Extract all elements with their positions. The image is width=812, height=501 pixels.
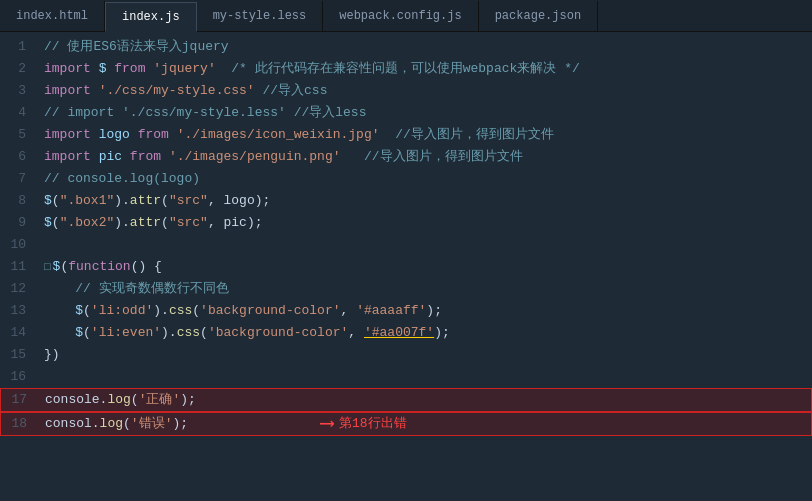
tab-label: index.js <box>122 10 180 24</box>
tab-label: webpack.config.js <box>339 9 461 23</box>
line-number-4: 4 <box>0 102 36 124</box>
line-content-6: import pic from './images/penguin.png' /… <box>36 146 812 168</box>
line-content-7: // console.log(logo) <box>36 168 812 190</box>
line-number-17: 17 <box>1 389 37 411</box>
line-number-8: 8 <box>0 190 36 212</box>
error-text: 第18行出错 <box>339 413 407 435</box>
line-content-15: }) <box>36 344 812 366</box>
code-editor: 1 // 使用ES6语法来导入jquery 2 import $ from 'j… <box>0 32 812 501</box>
line-number-3: 3 <box>0 80 36 102</box>
code-line-17: 17 console.log('正确'); <box>0 388 812 412</box>
line-content-18: consol.log('错误'); <box>37 413 811 435</box>
tab-package-json[interactable]: package.json <box>479 1 598 31</box>
line-number-14: 14 <box>0 322 36 344</box>
code-line-14: 14 $('li:even').css('background-color', … <box>0 322 812 344</box>
code-line-9: 9 $(".box2").attr("src", pic); <box>0 212 812 234</box>
tab-label: package.json <box>495 9 581 23</box>
code-line-16: 16 <box>0 366 812 388</box>
line-number-16: 16 <box>0 366 36 388</box>
code-line-6: 6 import pic from './images/penguin.png'… <box>0 146 812 168</box>
error-arrow-icon: ⟶ <box>321 413 333 435</box>
code-line-3: 3 import './css/my-style.css' //导入css <box>0 80 812 102</box>
code-line-4: 4 // import './css/my-style.less' //导入le… <box>0 102 812 124</box>
line-content-17: console.log('正确'); <box>37 389 811 411</box>
code-line-12: 12 // 实现奇数偶数行不同色 <box>0 278 812 300</box>
code-line-10: 10 <box>0 234 812 256</box>
line-content-5: import logo from './images/icon_weixin.j… <box>36 124 812 146</box>
line-number-9: 9 <box>0 212 36 234</box>
error-annotation: ⟶ 第18行出错 <box>321 413 407 435</box>
line-number-2: 2 <box>0 58 36 80</box>
code-line-13: 13 $('li:odd').css('background-color', '… <box>0 300 812 322</box>
code-line-7: 7 // console.log(logo) <box>0 168 812 190</box>
line-content-2: import $ from 'jquery' /* 此行代码存在兼容性问题，可以… <box>36 58 812 80</box>
tab-my-style-less[interactable]: my-style.less <box>197 1 324 31</box>
line-content-11: □$(function() { <box>36 256 812 278</box>
tab-label: index.html <box>16 9 88 23</box>
tab-webpack-config[interactable]: webpack.config.js <box>323 1 478 31</box>
line-number-18: 18 <box>1 413 37 435</box>
line-number-11: 11 <box>0 256 36 278</box>
code-line-18: 18 consol.log('错误'); ⟶ 第18行出错 <box>0 412 812 436</box>
line-content-4: // import './css/my-style.less' //导入less <box>36 102 812 124</box>
line-content-14: $('li:even').css('background-color', '#a… <box>36 322 812 344</box>
code-line-1: 1 // 使用ES6语法来导入jquery <box>0 36 812 58</box>
line-number-12: 12 <box>0 278 36 300</box>
line-content-8: $(".box1").attr("src", logo); <box>36 190 812 212</box>
line-number-10: 10 <box>0 234 36 256</box>
line-number-1: 1 <box>0 36 36 58</box>
line-number-5: 5 <box>0 124 36 146</box>
line-content-1: // 使用ES6语法来导入jquery <box>36 36 812 58</box>
line-number-6: 6 <box>0 146 36 168</box>
line-number-15: 15 <box>0 344 36 366</box>
line-content-12: // 实现奇数偶数行不同色 <box>36 278 812 300</box>
tab-index-html[interactable]: index.html <box>0 1 105 31</box>
line-number-7: 7 <box>0 168 36 190</box>
line-content-16 <box>36 366 812 388</box>
tab-index-js[interactable]: index.js <box>105 2 197 32</box>
code-line-11: 11 □$(function() { <box>0 256 812 278</box>
line-content-10 <box>36 234 812 256</box>
line-number-13: 13 <box>0 300 36 322</box>
code-line-2: 2 import $ from 'jquery' /* 此行代码存在兼容性问题，… <box>0 58 812 80</box>
line-content-3: import './css/my-style.css' //导入css <box>36 80 812 102</box>
code-line-5: 5 import logo from './images/icon_weixin… <box>0 124 812 146</box>
tab-bar: index.html index.js my-style.less webpac… <box>0 0 812 32</box>
tab-label: my-style.less <box>213 9 307 23</box>
line-content-13: $('li:odd').css('background-color', '#aa… <box>36 300 812 322</box>
line-content-9: $(".box2").attr("src", pic); <box>36 212 812 234</box>
code-line-8: 8 $(".box1").attr("src", logo); <box>0 190 812 212</box>
code-line-15: 15 }) <box>0 344 812 366</box>
